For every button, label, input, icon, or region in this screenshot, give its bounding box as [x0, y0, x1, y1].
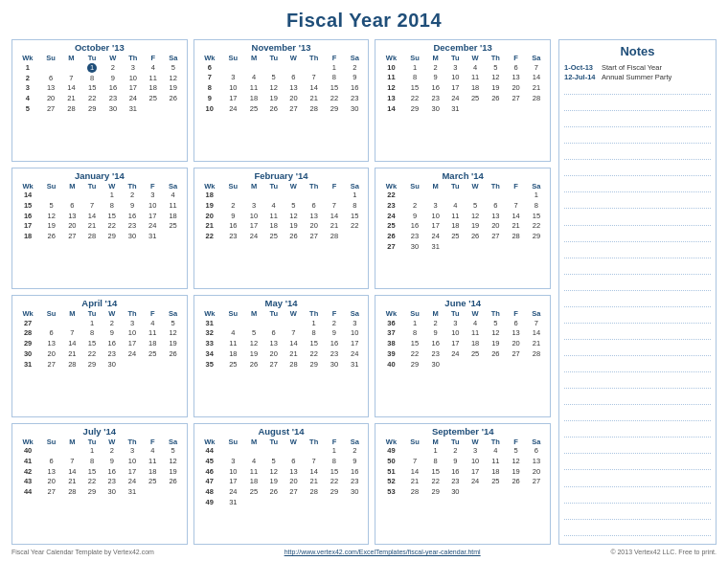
note-line — [564, 150, 711, 160]
note-line — [564, 167, 711, 176]
footer-right: © 2013 Vertex42 LLC. Free to print. — [610, 549, 717, 555]
cal-cell — [404, 191, 426, 201]
cal-header: Su — [404, 438, 426, 446]
cal-cell: 1 — [304, 318, 325, 328]
cal-cell: 31 — [425, 241, 444, 252]
cal-cell: 11 — [466, 73, 485, 83]
cal-cell: 9 — [197, 93, 222, 103]
cal-header: Su — [222, 438, 244, 446]
cal-cell: 49 — [378, 446, 403, 457]
cal-header: W — [284, 309, 303, 318]
cal-cell: 4 — [263, 200, 284, 211]
cal-header: Wk — [378, 54, 403, 62]
cal-cell: 12 — [284, 211, 303, 221]
cal-cell: 14 — [304, 466, 325, 477]
note-line — [564, 428, 711, 438]
note-line — [564, 363, 711, 372]
cal-cell: 22 — [378, 191, 403, 201]
cal-cell: 20 — [506, 339, 525, 349]
cal-cell — [284, 62, 303, 73]
cal-header: M — [244, 182, 263, 191]
cal-cell: 18 — [222, 348, 244, 359]
cal-cell: 18 — [197, 191, 222, 201]
cal-header: Tu — [263, 54, 284, 62]
cal-cell: 38 — [378, 339, 403, 349]
cal-cell: 12 — [378, 83, 403, 94]
cal-cell: 16 — [344, 83, 365, 94]
note-line — [564, 265, 711, 275]
cal-cell: 6 — [40, 328, 62, 339]
cal-cell: 15 — [15, 200, 40, 211]
cal-header: Tu — [445, 438, 466, 446]
month-block-7: May '14WkSuMTuWThFSa31123324567891033111… — [193, 295, 370, 417]
cal-header: M — [425, 182, 444, 191]
note-line — [564, 199, 711, 209]
cal-header: Th — [485, 309, 506, 318]
cal-cell: 12 — [466, 211, 485, 221]
cal-header: F — [506, 438, 525, 446]
cal-cell: 14 — [82, 211, 102, 221]
cal-cell — [222, 191, 244, 201]
cal-cell: 20 — [62, 221, 81, 232]
cal-cell — [506, 241, 525, 252]
cal-cell: 16 — [15, 211, 40, 221]
cal-cell: 17 — [122, 339, 143, 349]
cal-cell — [526, 359, 547, 370]
cal-cell: 24 — [344, 348, 365, 359]
cal-cell: 19 — [162, 339, 183, 349]
cal-cell: 20 — [40, 477, 62, 487]
cal-cell: 31 — [15, 359, 40, 370]
cal-cell: 6 — [284, 73, 303, 83]
cal-cell: 29 — [82, 487, 102, 498]
cal-header: F — [506, 182, 525, 191]
cal-cell — [445, 359, 466, 370]
cal-cell: 7 — [526, 318, 547, 328]
cal-cell — [485, 241, 506, 252]
cal-cell: 22 — [344, 221, 365, 232]
cal-header: F — [143, 438, 162, 446]
month-block-6: April '14WkSuMTuWThFSa271234528678910111… — [11, 295, 188, 417]
cal-cell: 36 — [378, 318, 403, 328]
cal-cell — [244, 446, 263, 457]
cal-cell: 4 — [15, 94, 40, 104]
cal-cell: 42 — [15, 466, 40, 477]
cal-cell: 1 — [102, 191, 122, 201]
cal-cell: 5 — [284, 200, 303, 211]
cal-cell — [445, 241, 466, 252]
cal-cell: 2 — [122, 191, 143, 201]
cal-cell: 11 — [144, 73, 163, 83]
cal-cell: 13 — [40, 83, 62, 94]
cal-cell: 14 — [284, 339, 303, 349]
cal-cell: 18 — [445, 221, 466, 232]
cal-cell: 9 — [325, 328, 344, 339]
cal-cell: 30 — [103, 103, 123, 114]
cal-cell: 5 — [40, 200, 62, 211]
note-text-0: Start of Fiscal Year — [602, 63, 662, 72]
cal-cell: 10 — [445, 73, 466, 83]
cal-cell: 8 — [325, 456, 344, 466]
cal-cell — [62, 446, 81, 457]
cal-cell: 2 — [425, 318, 444, 328]
cal-cell: 26 — [378, 232, 403, 242]
cal-cell — [244, 62, 263, 73]
cal-cell: 14 — [526, 328, 547, 339]
cal-cell — [304, 497, 325, 507]
cal-cell: 20 — [40, 94, 62, 104]
cal-cell: 3 — [122, 318, 143, 328]
cal-cell: 17 — [244, 221, 263, 232]
cal-cell: 13 — [263, 339, 284, 349]
cal-header: Su — [40, 438, 62, 446]
cal-cell: 7 — [304, 73, 325, 83]
note-line — [564, 281, 711, 291]
cal-cell — [466, 241, 485, 252]
cal-cell: 51 — [378, 466, 403, 477]
cal-header: Tu — [263, 182, 284, 191]
notes-title: Notes — [564, 44, 711, 58]
cal-cell — [526, 487, 547, 498]
cal-cell — [284, 191, 303, 201]
cal-header: Tu — [82, 438, 102, 446]
cal-header: F — [506, 54, 525, 62]
cal-cell: 28 — [82, 232, 102, 242]
cal-cell: 19 — [263, 477, 284, 487]
cal-header: Su — [222, 309, 244, 318]
